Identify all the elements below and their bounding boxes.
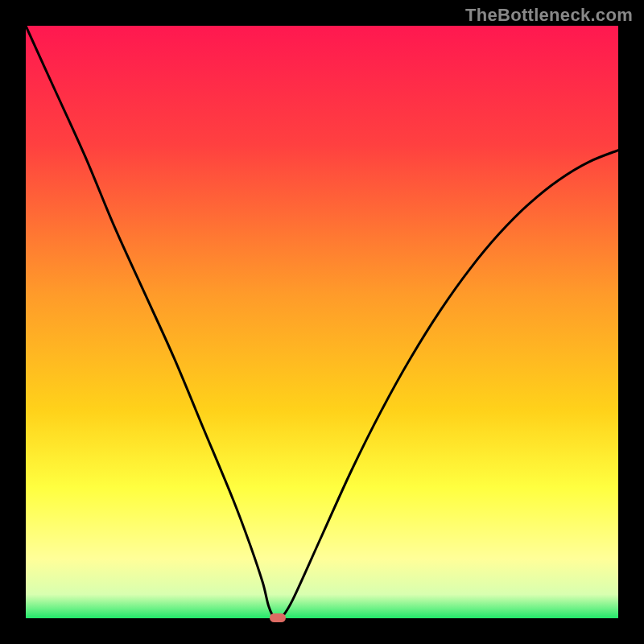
watermark-text: TheBottleneck.com <box>465 5 633 26</box>
chart-svg <box>26 26 618 618</box>
gradient-background <box>26 26 618 618</box>
minimum-marker <box>270 613 286 622</box>
chart-frame: TheBottleneck.com <box>0 0 644 644</box>
plot-area <box>26 26 618 618</box>
